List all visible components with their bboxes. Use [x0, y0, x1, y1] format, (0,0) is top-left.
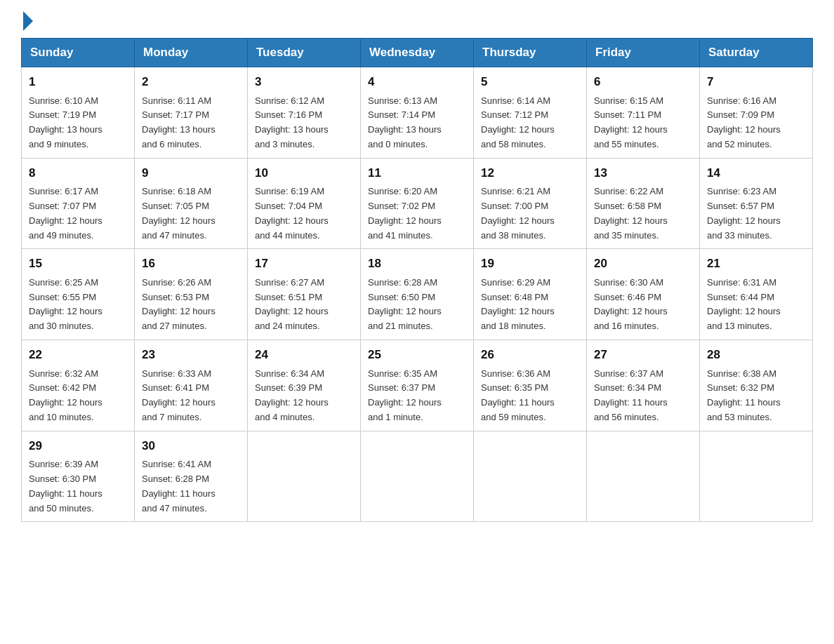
calendar-cell: 4 Sunrise: 6:13 AMSunset: 7:14 PMDayligh… — [361, 67, 474, 159]
day-info: Sunrise: 6:29 AMSunset: 6:48 PMDaylight:… — [481, 276, 579, 334]
calendar-cell: 18 Sunrise: 6:28 AMSunset: 6:50 PMDaylig… — [361, 249, 474, 340]
day-info: Sunrise: 6:30 AMSunset: 6:46 PMDaylight:… — [594, 276, 692, 334]
day-number: 14 — [707, 164, 805, 182]
calendar-header-thursday: Thursday — [474, 39, 587, 67]
calendar-cell — [361, 431, 474, 522]
day-info: Sunrise: 6:13 AMSunset: 7:14 PMDaylight:… — [368, 94, 466, 152]
day-info: Sunrise: 6:15 AMSunset: 7:11 PMDaylight:… — [594, 94, 692, 152]
calendar-cell: 11 Sunrise: 6:20 AMSunset: 7:02 PMDaylig… — [361, 158, 474, 249]
calendar-cell: 21 Sunrise: 6:31 AMSunset: 6:44 PMDaylig… — [700, 249, 813, 340]
day-number: 10 — [255, 164, 353, 182]
day-number: 24 — [255, 346, 353, 364]
day-info: Sunrise: 6:28 AMSunset: 6:50 PMDaylight:… — [368, 276, 466, 334]
day-number: 2 — [142, 73, 240, 91]
calendar-header-saturday: Saturday — [700, 39, 813, 67]
calendar-cell: 24 Sunrise: 6:34 AMSunset: 6:39 PMDaylig… — [248, 340, 361, 431]
calendar-week-row: 15 Sunrise: 6:25 AMSunset: 6:55 PMDaylig… — [22, 249, 813, 340]
day-number: 26 — [481, 346, 579, 364]
calendar-cell: 1 Sunrise: 6:10 AMSunset: 7:19 PMDayligh… — [22, 67, 135, 159]
day-info: Sunrise: 6:38 AMSunset: 6:32 PMDaylight:… — [707, 367, 805, 425]
calendar-cell — [248, 431, 361, 522]
calendar-cell: 27 Sunrise: 6:37 AMSunset: 6:34 PMDaylig… — [587, 340, 700, 431]
day-number: 16 — [142, 255, 240, 273]
day-info: Sunrise: 6:26 AMSunset: 6:53 PMDaylight:… — [142, 276, 240, 334]
calendar-cell: 22 Sunrise: 6:32 AMSunset: 6:42 PMDaylig… — [22, 340, 135, 431]
day-number: 25 — [368, 346, 466, 364]
day-info: Sunrise: 6:32 AMSunset: 6:42 PMDaylight:… — [29, 367, 127, 425]
calendar-cell: 16 Sunrise: 6:26 AMSunset: 6:53 PMDaylig… — [135, 249, 248, 340]
day-info: Sunrise: 6:35 AMSunset: 6:37 PMDaylight:… — [368, 367, 466, 425]
calendar-cell: 30 Sunrise: 6:41 AMSunset: 6:28 PMDaylig… — [135, 431, 248, 522]
calendar-cell: 28 Sunrise: 6:38 AMSunset: 6:32 PMDaylig… — [700, 340, 813, 431]
calendar-header-row: SundayMondayTuesdayWednesdayThursdayFrid… — [22, 39, 813, 67]
day-info: Sunrise: 6:31 AMSunset: 6:44 PMDaylight:… — [707, 276, 805, 334]
calendar-cell: 14 Sunrise: 6:23 AMSunset: 6:57 PMDaylig… — [700, 158, 813, 249]
calendar-week-row: 1 Sunrise: 6:10 AMSunset: 7:19 PMDayligh… — [22, 67, 813, 159]
day-info: Sunrise: 6:34 AMSunset: 6:39 PMDaylight:… — [255, 367, 353, 425]
day-info: Sunrise: 6:41 AMSunset: 6:28 PMDaylight:… — [142, 457, 240, 516]
day-number: 12 — [481, 164, 579, 182]
calendar-cell — [700, 431, 813, 522]
day-number: 1 — [29, 73, 127, 91]
day-info: Sunrise: 6:10 AMSunset: 7:19 PMDaylight:… — [29, 94, 127, 152]
day-info: Sunrise: 6:22 AMSunset: 6:58 PMDaylight:… — [594, 185, 692, 243]
calendar-cell: 13 Sunrise: 6:22 AMSunset: 6:58 PMDaylig… — [587, 158, 700, 249]
calendar-cell: 15 Sunrise: 6:25 AMSunset: 6:55 PMDaylig… — [22, 249, 135, 340]
calendar-cell — [474, 431, 587, 522]
day-number: 19 — [481, 255, 579, 273]
day-info: Sunrise: 6:39 AMSunset: 6:30 PMDaylight:… — [29, 457, 127, 516]
day-number: 7 — [707, 73, 805, 91]
day-info: Sunrise: 6:36 AMSunset: 6:35 PMDaylight:… — [481, 367, 579, 425]
calendar-header-tuesday: Tuesday — [248, 39, 361, 67]
calendar-week-row: 22 Sunrise: 6:32 AMSunset: 6:42 PMDaylig… — [22, 340, 813, 431]
day-number: 18 — [368, 255, 466, 273]
day-number: 21 — [707, 255, 805, 273]
logo — [21, 14, 33, 31]
day-info: Sunrise: 6:21 AMSunset: 7:00 PMDaylight:… — [481, 185, 579, 243]
calendar-table: SundayMondayTuesdayWednesdayThursdayFrid… — [21, 38, 813, 522]
calendar-cell: 25 Sunrise: 6:35 AMSunset: 6:37 PMDaylig… — [361, 340, 474, 431]
logo-arrow-icon — [23, 11, 33, 31]
day-number: 17 — [255, 255, 353, 273]
calendar-cell: 10 Sunrise: 6:19 AMSunset: 7:04 PMDaylig… — [248, 158, 361, 249]
day-info: Sunrise: 6:27 AMSunset: 6:51 PMDaylight:… — [255, 276, 353, 334]
calendar-cell: 29 Sunrise: 6:39 AMSunset: 6:30 PMDaylig… — [22, 431, 135, 522]
day-info: Sunrise: 6:37 AMSunset: 6:34 PMDaylight:… — [594, 367, 692, 425]
calendar-cell: 3 Sunrise: 6:12 AMSunset: 7:16 PMDayligh… — [248, 67, 361, 159]
calendar-cell: 12 Sunrise: 6:21 AMSunset: 7:00 PMDaylig… — [474, 158, 587, 249]
calendar-cell: 6 Sunrise: 6:15 AMSunset: 7:11 PMDayligh… — [587, 67, 700, 159]
day-number: 6 — [594, 73, 692, 91]
calendar-cell: 8 Sunrise: 6:17 AMSunset: 7:07 PMDayligh… — [22, 158, 135, 249]
day-info: Sunrise: 6:25 AMSunset: 6:55 PMDaylight:… — [29, 276, 127, 334]
day-number: 27 — [594, 346, 692, 364]
calendar-cell — [587, 431, 700, 522]
day-number: 30 — [142, 437, 240, 455]
day-number: 23 — [142, 346, 240, 364]
calendar-cell: 5 Sunrise: 6:14 AMSunset: 7:12 PMDayligh… — [474, 67, 587, 159]
day-number: 15 — [29, 255, 127, 273]
calendar-header-wednesday: Wednesday — [361, 39, 474, 67]
calendar-cell: 9 Sunrise: 6:18 AMSunset: 7:05 PMDayligh… — [135, 158, 248, 249]
day-info: Sunrise: 6:19 AMSunset: 7:04 PMDaylight:… — [255, 185, 353, 243]
day-info: Sunrise: 6:23 AMSunset: 6:57 PMDaylight:… — [707, 185, 805, 243]
calendar-header-monday: Monday — [135, 39, 248, 67]
day-number: 8 — [29, 164, 127, 182]
day-info: Sunrise: 6:17 AMSunset: 7:07 PMDaylight:… — [29, 185, 127, 243]
calendar-cell: 23 Sunrise: 6:33 AMSunset: 6:41 PMDaylig… — [135, 340, 248, 431]
day-number: 29 — [29, 437, 127, 455]
day-number: 20 — [594, 255, 692, 273]
day-number: 3 — [255, 73, 353, 91]
calendar-cell: 26 Sunrise: 6:36 AMSunset: 6:35 PMDaylig… — [474, 340, 587, 431]
calendar-header-sunday: Sunday — [22, 39, 135, 67]
day-number: 11 — [368, 164, 466, 182]
calendar-header-friday: Friday — [587, 39, 700, 67]
day-number: 5 — [481, 73, 579, 91]
day-info: Sunrise: 6:33 AMSunset: 6:41 PMDaylight:… — [142, 367, 240, 425]
day-number: 22 — [29, 346, 127, 364]
calendar-cell: 7 Sunrise: 6:16 AMSunset: 7:09 PMDayligh… — [700, 67, 813, 159]
day-info: Sunrise: 6:14 AMSunset: 7:12 PMDaylight:… — [481, 94, 579, 152]
day-number: 4 — [368, 73, 466, 91]
calendar-week-row: 8 Sunrise: 6:17 AMSunset: 7:07 PMDayligh… — [22, 158, 813, 249]
day-info: Sunrise: 6:16 AMSunset: 7:09 PMDaylight:… — [707, 94, 805, 152]
calendar-cell: 20 Sunrise: 6:30 AMSunset: 6:46 PMDaylig… — [587, 249, 700, 340]
